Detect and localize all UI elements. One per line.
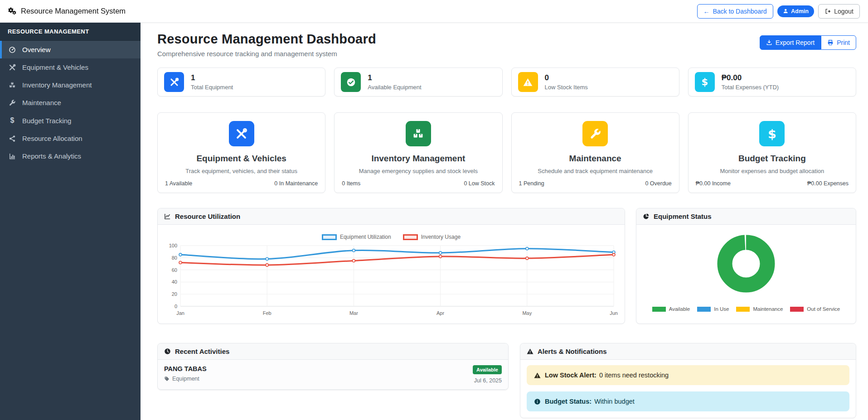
panel-title: Recent Activities <box>175 348 229 355</box>
svg-text:80: 80 <box>172 255 177 261</box>
module-stat-left: 1 Available <box>165 180 192 187</box>
legend-swatch <box>403 234 418 240</box>
stat-card-available-equipment: 1 Available Equipment <box>334 68 502 97</box>
legend-item[interactable]: Available <box>652 306 690 312</box>
app-title: Resource Management System <box>21 7 126 15</box>
printer-icon <box>827 39 834 46</box>
alert-text: Within budget <box>594 398 635 405</box>
panel-title: Resource Utilization <box>175 212 240 220</box>
boxes-icon <box>406 121 431 146</box>
module-card-budget[interactable]: $ Budget Tracking Monitor expenses and b… <box>688 112 856 193</box>
svg-text:Feb: Feb <box>263 310 272 316</box>
svg-text:Apr: Apr <box>436 310 444 316</box>
legend-label: Maintenance <box>753 306 783 312</box>
activity-item: PANG TABAS Equipment Available Jul 6, 20… <box>158 360 508 390</box>
stat-card-total-equipment: 1 Total Equipment <box>157 68 325 97</box>
module-card-equipment[interactable]: Equipment & Vehicles Track equipment, ve… <box>157 112 325 193</box>
pie-chart-icon <box>643 213 650 220</box>
module-title: Inventory Management <box>342 154 495 164</box>
warning-icon <box>518 72 538 92</box>
tools-icon <box>164 72 184 92</box>
sidebar-item-label: Budget Tracking <box>22 117 71 125</box>
module-stat-right: 0 In Maintenance <box>274 180 318 187</box>
alerts-panel: Alerts & Notifications Low Stock Alert: … <box>520 343 856 418</box>
sidebar-item-inventory[interactable]: Inventory Management <box>0 76 141 94</box>
line-chart-icon <box>164 213 171 220</box>
module-stat-left: 0 Items <box>342 180 360 187</box>
sidebar-item-reports[interactable]: Reports & Analytics <box>0 147 141 165</box>
legend-item[interactable]: Out of Service <box>790 306 840 312</box>
sidebar-item-label: Reports & Analytics <box>22 152 81 160</box>
module-title: Budget Tracking <box>696 154 849 164</box>
legend-label: Equipment Utilization <box>340 234 391 240</box>
back-to-dashboard-button[interactable]: ← Back to Dashboard <box>697 4 773 19</box>
svg-text:Jun: Jun <box>610 310 618 316</box>
page-title: Resource Management Dashboard <box>157 32 376 47</box>
main-content: Resource Management Dashboard Comprehens… <box>141 0 868 418</box>
stat-value: 0 <box>545 73 588 82</box>
module-stat-right: 0 Overdue <box>645 180 671 187</box>
share-icon <box>8 135 16 142</box>
print-label: Print <box>837 39 850 46</box>
sidebar-item-label: Inventory Management <box>22 81 92 89</box>
stat-value: 1 <box>368 73 421 82</box>
module-card-inventory[interactable]: Inventory Management Manage emergency su… <box>334 112 502 193</box>
module-description: Manage emergency supplies and stock leve… <box>342 168 495 174</box>
panel-title: Equipment Status <box>654 212 712 220</box>
legend-item[interactable]: Maintenance <box>736 306 783 312</box>
legend-swatch <box>322 234 337 240</box>
sidebar: RESOURCE MANAGEMENT Overview Equipment &… <box>0 23 141 420</box>
legend-label: Out of Service <box>807 306 840 312</box>
tools-icon <box>8 64 16 71</box>
legend-swatch <box>790 307 804 312</box>
back-to-dashboard-label: Back to Dashboard <box>713 8 767 14</box>
tools-icon <box>229 121 254 146</box>
admin-badge-label: Admin <box>791 8 809 14</box>
legend-swatch <box>697 307 711 312</box>
sidebar-item-maintenance[interactable]: Maintenance <box>0 94 141 111</box>
svg-text:100: 100 <box>169 243 177 248</box>
stat-value: 1 <box>191 73 233 82</box>
stat-label: Available Equipment <box>368 84 421 91</box>
legend-swatch <box>736 307 750 312</box>
sidebar-item-equipment[interactable]: Equipment & Vehicles <box>0 58 141 76</box>
export-report-button[interactable]: Export Report <box>760 35 821 50</box>
budget-status-alert: Budget Status: Within budget <box>527 391 849 411</box>
warning-icon <box>527 348 533 355</box>
page-subtitle: Comprehensive resource tracking and mana… <box>157 50 376 58</box>
svg-text:0: 0 <box>175 304 177 309</box>
sidebar-item-allocation[interactable]: Resource Allocation <box>0 130 141 147</box>
sidebar-item-label: Maintenance <box>22 99 61 106</box>
report-button-group: Export Report Print <box>760 35 856 50</box>
legend-item[interactable]: In Use <box>697 306 729 312</box>
bar-chart-icon <box>8 153 16 160</box>
download-icon <box>766 39 772 46</box>
sidebar-item-label: Overview <box>22 46 51 53</box>
dollar-icon: $ <box>759 121 785 146</box>
print-button[interactable]: Print <box>821 35 856 50</box>
logout-button[interactable]: Logout <box>818 4 860 19</box>
module-card-maintenance[interactable]: Maintenance Schedule and track equipment… <box>511 112 679 193</box>
legend-label: Available <box>669 306 690 312</box>
logout-label: Logout <box>834 8 853 14</box>
legend-item[interactable]: Equipment Utilization <box>322 234 391 240</box>
info-icon <box>534 398 541 405</box>
gears-icon <box>8 7 17 15</box>
sidebar-item-budget[interactable]: $ Budget Tracking <box>0 111 141 130</box>
logout-icon <box>824 8 831 14</box>
status-chart <box>712 229 781 300</box>
modules-row: Equipment & Vehicles Track equipment, ve… <box>157 112 856 193</box>
activity-date: Jul 6, 2025 <box>473 377 502 384</box>
status-legend: Available In Use Maintenance Out of Serv… <box>652 306 840 312</box>
module-stat-right: 0 Low Stock <box>464 180 495 187</box>
legend-item[interactable]: Inventory Usage <box>403 234 461 240</box>
wrench-icon <box>582 121 608 146</box>
stat-label: Low Stock Items <box>545 84 588 91</box>
sidebar-item-overview[interactable]: Overview <box>0 41 141 58</box>
export-report-label: Export Report <box>776 39 815 46</box>
svg-text:May: May <box>522 310 532 316</box>
module-stat-left: 1 Pending <box>519 180 544 187</box>
wrench-icon <box>8 99 16 106</box>
alert-label: Low Stock Alert: <box>545 372 596 379</box>
module-description: Schedule and track equipment maintenance <box>519 168 672 174</box>
